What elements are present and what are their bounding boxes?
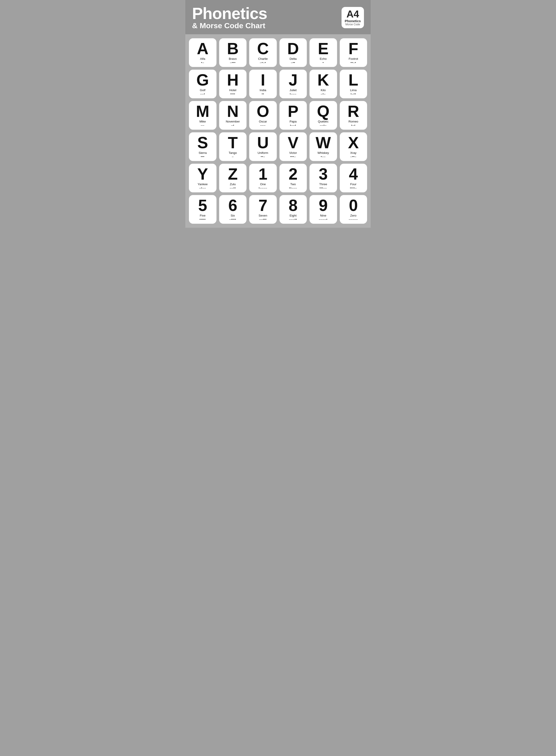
card-morse: –••–	[350, 155, 356, 158]
phonetics-card-Z: Z Zulu ––••	[219, 164, 247, 192]
card-morse: ••••	[231, 92, 235, 96]
card-morse: •––•	[290, 124, 296, 127]
card-name: Delta	[289, 57, 297, 61]
phonetics-grid: A Alfa •– B Bravo –••• C Charlie –•–• D …	[185, 34, 371, 228]
card-letter: T	[228, 135, 238, 151]
card-morse: ––•	[200, 92, 205, 96]
card-morse: –•–•	[260, 61, 266, 64]
card-morse: ••	[262, 92, 264, 96]
card-name: Yankee	[198, 183, 208, 186]
phonetics-card-D: D Delta –••	[279, 38, 307, 67]
card-letter: O	[256, 103, 269, 119]
card-morse: •••	[201, 155, 205, 158]
card-name: Quebec	[318, 120, 328, 123]
phonetics-card-3: 3 Three •••––	[310, 164, 337, 192]
card-morse: ••–––	[289, 186, 297, 190]
card-name: Bravo	[229, 57, 237, 61]
card-letter: G	[196, 72, 209, 88]
phonetics-card-4: 4 Four ••••–	[340, 164, 367, 192]
card-name: Nine	[320, 214, 326, 217]
card-letter: N	[227, 103, 239, 119]
card-morse: •••–	[290, 155, 296, 158]
card-name: Four	[350, 183, 356, 186]
phonetics-card-M: M Mike ––	[189, 101, 216, 130]
sub-title: & Morse Code Chart	[192, 22, 267, 30]
card-morse: –••••	[230, 218, 236, 221]
header: Phonetics & Morse Code Chart A4 Phonetic…	[185, 0, 371, 34]
phonetics-card-7: 7 Seven ––•••	[249, 195, 277, 224]
card-morse: •	[322, 61, 324, 64]
card-morse: –•	[231, 124, 234, 127]
card-name: Hotel	[229, 88, 236, 92]
header-title-block: Phonetics & Morse Code Chart	[192, 5, 267, 30]
card-letter: X	[348, 135, 359, 151]
phonetics-card-A: A Alfa •–	[189, 38, 216, 67]
card-morse: ••–	[261, 155, 265, 158]
card-letter: D	[287, 41, 299, 56]
phonetics-card-L: L Lima •–••	[340, 70, 367, 98]
card-letter: C	[257, 41, 269, 56]
card-letter: I	[260, 72, 265, 88]
card-letter: U	[257, 135, 269, 151]
card-morse: ––•–	[320, 124, 326, 127]
card-name: Golf	[200, 88, 206, 92]
card-name: Charlie	[258, 57, 268, 61]
card-letter: 4	[349, 166, 358, 182]
card-name: Victor	[289, 151, 297, 154]
card-letter: S	[197, 135, 208, 151]
card-morse: ••••–	[350, 186, 357, 190]
card-morse: –•–	[321, 92, 325, 96]
card-letter: E	[318, 41, 328, 56]
card-name: Oscar	[259, 120, 267, 123]
card-name: Romeo	[348, 120, 358, 123]
card-name: November	[226, 120, 240, 123]
card-letter: 1	[258, 166, 267, 182]
phonetics-card-U: U Uniform ••–	[249, 133, 277, 161]
card-letter: P	[288, 103, 299, 119]
phonetics-card-S: S Sierra •••	[189, 133, 216, 161]
card-name: Foxtrot	[349, 57, 358, 61]
card-name: Alfa	[200, 57, 205, 61]
phonetics-card-Q: Q Quebec ––•–	[310, 101, 337, 130]
card-letter: Z	[228, 166, 238, 182]
card-morse: •–––	[290, 92, 297, 96]
card-name: Two	[290, 183, 296, 186]
phonetics-card-B: B Bravo –•••	[219, 38, 247, 67]
card-letter: W	[316, 135, 331, 151]
phonetics-card-9: 9 Nine ––––•	[310, 195, 337, 224]
card-name: Mike	[200, 120, 206, 123]
card-name: One	[260, 183, 266, 186]
card-letter: B	[227, 41, 239, 56]
card-morse: –••	[291, 61, 295, 64]
card-letter: 5	[198, 197, 207, 214]
card-letter: J	[289, 72, 298, 88]
card-name: Juliet	[289, 88, 297, 92]
badge-a4: A4	[345, 9, 361, 19]
card-morse: •–••	[350, 92, 356, 96]
card-morse: –	[232, 155, 234, 158]
card-morse: ––••	[230, 186, 236, 190]
phonetics-card-5: 5 Five •••••	[189, 195, 216, 224]
card-name: Eight	[289, 214, 297, 217]
card-name: Seven	[258, 214, 267, 217]
card-name: Five	[200, 214, 206, 217]
card-morse: •–•	[351, 124, 355, 127]
card-morse: •––	[321, 155, 325, 158]
badge-morse-label: Morse Code	[345, 23, 361, 26]
card-letter: A	[197, 41, 208, 56]
phonetics-card-P: P Papa •––•	[279, 101, 307, 130]
card-letter: 8	[289, 197, 298, 214]
phonetics-card-W: W Whiskey •––	[310, 133, 337, 161]
card-name: Lima	[350, 88, 356, 92]
card-morse: –––	[260, 124, 266, 127]
card-letter: R	[348, 103, 359, 119]
phonetics-card-F: F Foxtrot ••–•	[340, 38, 367, 67]
card-name: Three	[319, 183, 327, 186]
card-morse: •••••	[200, 218, 206, 221]
phonetics-card-0: 0 Zero –––––	[340, 195, 367, 224]
card-name: Zulu	[230, 183, 236, 186]
card-name: Sierra	[199, 151, 207, 154]
badge-phonetics-label: Phonetics	[345, 19, 361, 23]
phonetics-card-V: V Victor •••–	[279, 133, 307, 161]
card-letter: F	[348, 41, 358, 56]
